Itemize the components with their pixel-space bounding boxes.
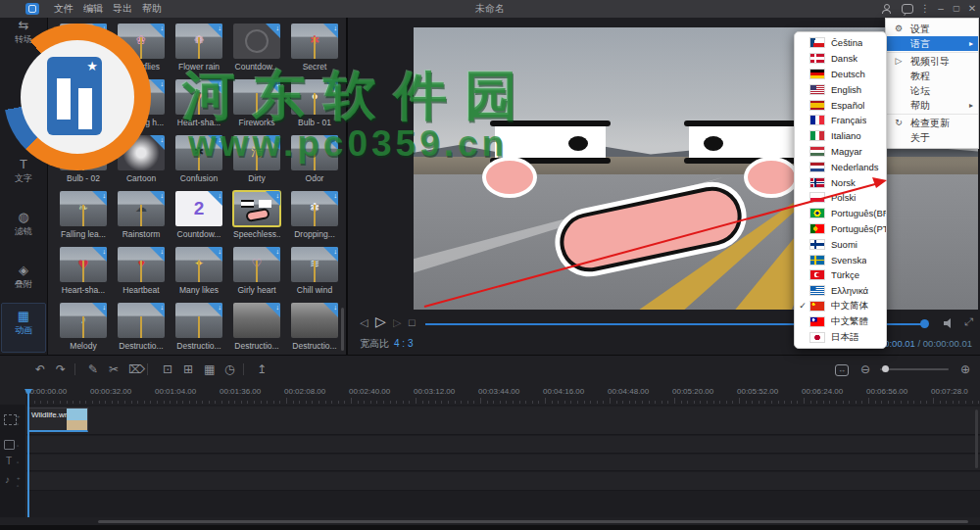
add-icon[interactable]: +	[17, 475, 21, 481]
dropdown-menu-item[interactable]: 论坛	[886, 83, 978, 98]
effect-thumbnail[interactable]: ❀ ↓	[60, 79, 107, 115]
edit-button[interactable]: ✎	[88, 362, 98, 376]
text-track[interactable]	[0, 455, 980, 471]
account-icon[interactable]	[882, 4, 891, 14]
next-frame-button[interactable]: ▷	[393, 316, 401, 329]
effect-thumbnail[interactable]: ❁ ↓	[175, 24, 222, 59]
timeline-zoom-slider[interactable]	[880, 368, 949, 370]
effect-item[interactable]: 污 ↓ Dirty	[233, 135, 280, 186]
effect-item[interactable]: ♥ ↓ Heart-sha...	[60, 247, 107, 298]
language-option[interactable]: Nederlands	[795, 159, 886, 174]
timeline-hscrollbar[interactable]	[98, 520, 968, 523]
sidebar-item[interactable]: T 文字	[0, 157, 47, 185]
download-icon[interactable]: ↓	[266, 79, 280, 94]
effect-thumbnail[interactable]: ↓	[233, 303, 280, 338]
download-icon[interactable]: ↓	[150, 303, 165, 317]
effect-item[interactable]: ❁ ↓ Flower rain	[175, 24, 222, 74]
dropdown-menu-item[interactable]: 教程	[886, 69, 978, 83]
library-scrollbar[interactable]	[341, 308, 344, 351]
download-icon[interactable]: ↓	[208, 303, 222, 317]
language-option[interactable]: English	[795, 81, 886, 97]
timeline-vscrollbar[interactable]	[975, 410, 978, 468]
lock-icon[interactable]: ▫	[17, 421, 19, 427]
effect-thumbnail[interactable]: 污 ↓	[233, 135, 280, 170]
menu-file[interactable]: 文件	[49, 0, 78, 18]
menu-edit[interactable]: 编辑	[78, 0, 108, 18]
effect-item[interactable]: ↓ Destructio...	[175, 303, 222, 354]
lock-icon[interactable]: ▫	[17, 483, 19, 489]
effect-thumbnail[interactable]: ♪ ↓	[60, 303, 107, 338]
effect-thumbnail[interactable]: ↓	[291, 303, 338, 338]
effect-thumbnail[interactable]: ● ↓	[291, 79, 338, 115]
effect-item[interactable]: ♪ ↓ Melody	[60, 303, 107, 354]
music-track[interactable]	[0, 472, 980, 491]
effect-thumbnail[interactable]: ↓	[118, 135, 165, 170]
effect-item[interactable]: ♥ ↓ Flashing h...	[118, 79, 165, 130]
download-icon[interactable]: ↓	[150, 135, 165, 150]
effect-item[interactable]: ↓ Odor	[291, 135, 338, 186]
effect-thumbnail[interactable]: ♥ ↓	[60, 247, 107, 282]
timeline-zoom-handle[interactable]	[882, 365, 889, 372]
pip-track[interactable]	[0, 436, 980, 454]
language-option[interactable]: ✓ 中文简体	[795, 299, 886, 314]
language-option[interactable]: Deutsch	[795, 67, 886, 82]
dropdown-menu-item[interactable]: ↻ 检查更新	[886, 116, 978, 130]
language-option[interactable]: Čeština	[795, 35, 886, 51]
effect-thumbnail[interactable]: ❀ ↓	[118, 24, 165, 59]
sidebar-item[interactable]: ◍ 滤镜	[0, 210, 47, 238]
effect-item[interactable]: ↓ Destructio...	[118, 303, 165, 354]
effect-thumbnail[interactable]: ↓	[175, 303, 222, 338]
zoom-in-button[interactable]: ⊕	[960, 362, 970, 376]
effect-thumbnail[interactable]: ↓	[118, 303, 165, 338]
download-icon[interactable]: ↓	[266, 191, 280, 206]
effect-thumbnail[interactable]: ✺ ↓	[60, 135, 107, 170]
crop-button[interactable]: ⊡	[163, 362, 172, 376]
split-button[interactable]: ✂	[109, 362, 119, 376]
language-option[interactable]: 中文繁體	[795, 313, 886, 329]
effect-thumbnail[interactable]: ✦ ↓	[60, 24, 107, 59]
dropdown-menu-item[interactable]: ⚙ 设置	[886, 22, 978, 36]
maximize-button[interactable]: ▢	[949, 0, 964, 18]
lock-icon[interactable]: ▫	[17, 459, 19, 465]
effect-thumbnail[interactable]: ↓	[291, 135, 338, 170]
prev-frame-button[interactable]: ◁	[360, 316, 368, 329]
language-option[interactable]: Polski	[795, 190, 886, 206]
effect-item[interactable]: ❧ ↓ Falling lea...	[60, 191, 107, 242]
effect-item[interactable]: ● ↓ Bulb - 01	[291, 79, 338, 130]
timeline-ruler[interactable]: 00:00:00.0000:00:32.0000:01:04.0000:01:3…	[0, 385, 980, 405]
video-track[interactable]	[0, 407, 980, 435]
effect-item[interactable]: ✺ ↓ Bulb - 02	[60, 135, 107, 186]
play-button[interactable]: ▷	[375, 313, 386, 329]
sidebar-item[interactable]: ▦ 动画	[1, 303, 46, 353]
effect-item[interactable]: ↓ Destructio...	[233, 303, 280, 354]
language-option[interactable]: Norsk	[795, 174, 886, 190]
effect-item[interactable]: ♥ ↓ Heartbeat	[118, 247, 165, 298]
download-icon[interactable]: ↓	[323, 135, 338, 150]
fit-timeline-button[interactable]: ↔	[835, 364, 849, 376]
effect-thumbnail[interactable]: ✦ ↓	[175, 247, 222, 282]
language-option[interactable]: Français	[795, 113, 886, 128]
language-option[interactable]: Português(PT)	[795, 221, 886, 237]
delete-button[interactable]: ⌦	[128, 362, 145, 376]
download-icon[interactable]: ↓	[323, 303, 338, 317]
language-option[interactable]: Português(BR)	[795, 206, 886, 221]
effect-thumbnail[interactable]: ♥ ↓	[118, 79, 165, 115]
menu-export[interactable]: 导出	[108, 0, 137, 18]
effect-item[interactable]: ✦ ↓ Many likes	[175, 247, 222, 298]
fullscreen-icon[interactable]: ⤢	[964, 315, 973, 328]
volume-icon[interactable]	[944, 318, 956, 328]
effect-item[interactable]: ✱ ↓ Secret	[291, 24, 338, 74]
stop-button[interactable]: □	[409, 316, 416, 328]
sidebar-item[interactable]: ⇆ 转场	[0, 18, 47, 46]
effect-item[interactable]: 2 ↓ Countdow...	[175, 191, 222, 242]
effect-item[interactable]: ❀ ↓ Butterflies	[118, 24, 165, 74]
language-option[interactable]: Español	[795, 97, 886, 113]
close-button[interactable]: ✕	[964, 0, 980, 18]
timeline-clip[interactable]: Wildlife.wmv	[27, 408, 88, 432]
effect-item[interactable]: ↓ Speechless...	[233, 191, 280, 242]
language-option[interactable]: Italiano	[795, 128, 886, 144]
duration-button[interactable]: ◷	[224, 362, 234, 376]
minimize-button[interactable]: –	[933, 0, 949, 18]
effect-item[interactable]: ❃ ↓ Dropping...	[291, 191, 338, 242]
effect-thumbnail[interactable]: ≋ ↓	[291, 247, 338, 282]
